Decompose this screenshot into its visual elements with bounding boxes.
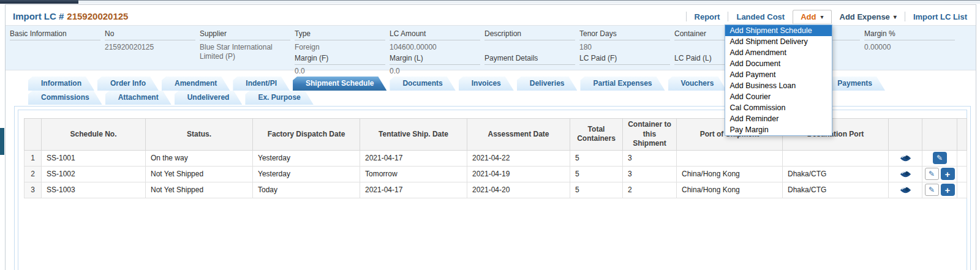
actions-cell: ✎ + bbox=[922, 182, 957, 198]
toolbar: Report Landed Cost Add ▾ Add Shipment Sc… bbox=[686, 9, 967, 24]
plus-icon[interactable]: + bbox=[941, 184, 955, 196]
info-label: Basic Information bbox=[10, 29, 100, 40]
view-cell bbox=[889, 150, 922, 166]
assessment-date-cell: 2021-04-20 bbox=[467, 182, 570, 198]
status-cell: Not Yet Shipped bbox=[146, 166, 253, 182]
tab-vouchers[interactable]: Vouchers bbox=[668, 77, 727, 91]
view-cell bbox=[889, 166, 922, 182]
menu-item-add-shipment-schedule[interactable]: Add Shipment Schedule bbox=[725, 25, 832, 36]
eye-icon[interactable] bbox=[900, 154, 911, 162]
schedule-no-cell: SS-1003 bbox=[42, 182, 146, 198]
info-subvalue bbox=[484, 67, 575, 75]
factory-dispatch-cell: Today bbox=[253, 182, 360, 198]
spacer-cell bbox=[957, 182, 967, 198]
info-label: Type bbox=[295, 29, 385, 40]
tab-attachment[interactable]: Attachment bbox=[105, 91, 172, 105]
tab-order-info[interactable]: Order Info bbox=[97, 77, 159, 91]
eye-icon[interactable] bbox=[900, 186, 911, 194]
column-header-index bbox=[24, 119, 42, 151]
status-cell: On the way bbox=[146, 150, 253, 166]
edit-pencil-icon[interactable]: ✎ bbox=[925, 168, 939, 180]
tab-undelivered[interactable]: Undelivered bbox=[175, 91, 243, 105]
tab-indent-pi[interactable]: Indent/PI bbox=[233, 77, 290, 91]
menu-item-add-shipment-delivery[interactable]: Add Shipment Delivery bbox=[725, 36, 832, 47]
add-expense-button[interactable]: Add Expense ▾ bbox=[840, 12, 897, 21]
container-to-shipment-cell: 3 bbox=[623, 150, 677, 166]
column-header-factory-dispatch-date: Factory Dispatch Date bbox=[253, 119, 360, 151]
tab-payments[interactable]: Payments bbox=[824, 77, 885, 91]
plus-icon[interactable]: + bbox=[941, 168, 955, 180]
info-sublabel: Margin (L) bbox=[390, 54, 480, 65]
column-header-view bbox=[889, 119, 922, 151]
tab-shipment-schedule[interactable]: Shipment Schedule bbox=[293, 77, 386, 91]
menu-item-add-courier[interactable]: Add Courier bbox=[725, 91, 832, 102]
add-expense-label: Add Expense bbox=[840, 12, 890, 21]
info-value: 180 bbox=[579, 43, 670, 54]
tentative-ship-cell: Tomorrow bbox=[360, 166, 467, 182]
landed-cost-button[interactable]: Landed Cost bbox=[736, 12, 785, 21]
info-column-margin-pct: Margin % 0.00000 bbox=[864, 29, 955, 70]
factory-dispatch-cell: Yesterday bbox=[253, 166, 360, 182]
actions-cell: ✎ bbox=[922, 150, 957, 166]
menu-item-add-reminder[interactable]: Add Reminder bbox=[725, 113, 832, 124]
info-sublabel bbox=[864, 54, 955, 64]
info-subvalue: 0.0 bbox=[295, 67, 385, 75]
add-dropdown-menu: Add Shipment Schedule Add Shipment Deliv… bbox=[725, 24, 832, 136]
column-header-assessment-date: Assessment Date bbox=[467, 119, 570, 151]
info-column-type: Type Foreign Margin (F) 0.0 bbox=[295, 29, 385, 70]
column-header-actions bbox=[922, 119, 957, 151]
schedule-no-cell: SS-1002 bbox=[42, 166, 146, 182]
assessment-date-cell: 2021-04-19 bbox=[467, 166, 570, 182]
import-lc-card: Import LC #215920020125 Report Landed Co… bbox=[5, 4, 976, 270]
toolbar-separator bbox=[686, 12, 687, 21]
assessment-date-cell: 2021-04-22 bbox=[467, 150, 570, 166]
info-value bbox=[484, 43, 575, 54]
lc-number: 215920020125 bbox=[67, 11, 128, 21]
tab-partial-expenses[interactable]: Partial Expenses bbox=[580, 77, 665, 91]
page-title-prefix: Import LC # bbox=[13, 11, 64, 21]
column-header-schedule-no: Schedule No. bbox=[42, 119, 146, 151]
total-containers-cell: 5 bbox=[570, 166, 623, 182]
menu-item-add-document[interactable]: Add Document bbox=[725, 58, 832, 69]
status-cell: Not Yet Shipped bbox=[146, 182, 253, 198]
edit-pencil-icon[interactable]: ✎ bbox=[925, 184, 939, 196]
browser-tab-remnant bbox=[0, 0, 78, 4]
info-subvalue bbox=[10, 66, 100, 75]
report-button[interactable]: Report bbox=[695, 12, 720, 21]
info-value: 104600.00000 bbox=[390, 43, 480, 54]
tab-ex-purpose[interactable]: Ex. Purpose bbox=[245, 91, 313, 105]
menu-item-add-business-loan[interactable]: Add Business Loan bbox=[725, 80, 832, 91]
info-label: Tenor Days bbox=[579, 29, 670, 40]
port-of-shipment-cell: China/Hong Kong bbox=[677, 166, 783, 182]
tab-commissions[interactable]: Commissions bbox=[28, 91, 102, 105]
menu-item-cal-commission[interactable]: Cal Commission bbox=[725, 102, 832, 113]
info-subvalue: 0.0 bbox=[390, 67, 480, 75]
port-of-shipment-cell: China/Hong Kong bbox=[677, 182, 783, 198]
caret-down-icon: ▾ bbox=[894, 13, 897, 20]
tab-documents[interactable]: Documents bbox=[390, 77, 455, 91]
spacer-cell bbox=[957, 166, 967, 182]
menu-item-add-payment[interactable]: Add Payment bbox=[725, 69, 832, 80]
caret-down-icon: ▾ bbox=[820, 13, 823, 20]
add-button[interactable]: Add ▾ bbox=[793, 10, 831, 24]
column-header-spacer bbox=[957, 119, 967, 151]
tab-amendment[interactable]: Amendment bbox=[162, 77, 230, 91]
spacer-cell bbox=[957, 150, 967, 166]
info-column-description: Description Payment Details bbox=[484, 29, 575, 70]
info-label: Margin % bbox=[864, 29, 955, 40]
info-column-tenor-days: Tenor Days 180 LC Paid (F) bbox=[579, 29, 670, 70]
info-column-lc-amount: LC Amount 104600.00000 Margin (L) 0.0 bbox=[390, 29, 480, 70]
edit-pencil-icon[interactable]: ✎ bbox=[933, 152, 947, 164]
menu-item-add-amendment[interactable]: Add Amendment bbox=[725, 47, 832, 58]
tab-invoices[interactable]: Invoices bbox=[459, 77, 514, 91]
import-lc-list-button[interactable]: Import LC List bbox=[913, 12, 967, 21]
tab-deliveries[interactable]: Deliveries bbox=[517, 77, 578, 91]
info-subvalue bbox=[864, 66, 955, 75]
eye-icon[interactable] bbox=[900, 170, 911, 178]
info-value: Foreign bbox=[295, 43, 385, 54]
destination-port-cell bbox=[783, 150, 889, 166]
info-sublabel bbox=[105, 54, 195, 64]
tab-information[interactable]: Information bbox=[28, 77, 94, 91]
info-value bbox=[10, 43, 100, 54]
menu-item-pay-margin[interactable]: Pay Margin bbox=[725, 124, 832, 135]
